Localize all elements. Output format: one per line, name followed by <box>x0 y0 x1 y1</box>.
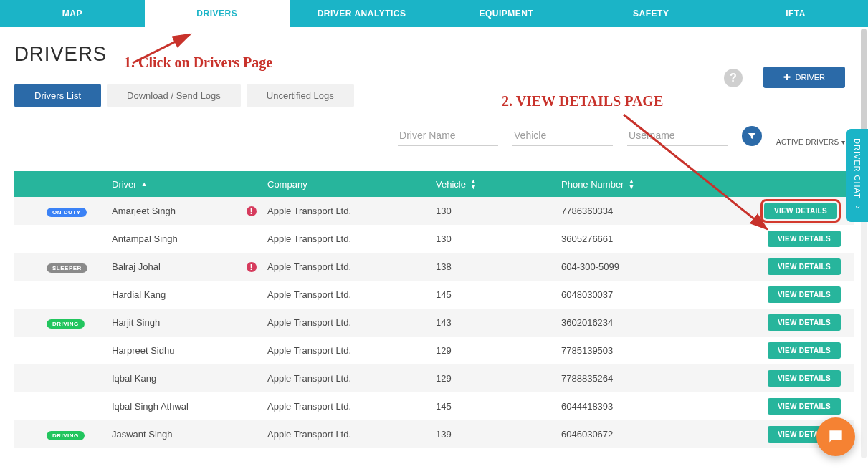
cell-phone: 3605276661 <box>561 233 712 244</box>
help-icon[interactable]: ? <box>724 69 743 87</box>
cell-vehicle: 129 <box>436 345 561 356</box>
table-row: Iqbal KangApple Transport Ltd.1297788835… <box>14 364 854 392</box>
table-row: Iqbal Singh AthwalApple Transport Ltd.14… <box>14 392 854 420</box>
table-header: Driver Company Vehicle Phone Number <box>14 171 854 197</box>
alert-icon: ! <box>247 262 257 272</box>
view-details-button[interactable]: VIEW DETAILS <box>768 398 841 415</box>
view-details-button[interactable]: VIEW DETAILS <box>768 370 841 387</box>
cell-driver: Iqbal Singh Athwal <box>99 401 235 412</box>
cell-company: Apple Transport Ltd. <box>267 429 436 440</box>
table-row: ON DUTYAmarjeet Singh!Apple Transport Lt… <box>14 197 854 225</box>
cell-driver: Hardial Kang <box>99 289 235 300</box>
view-details-button[interactable]: VIEW DETAILS <box>768 231 841 247</box>
page-title: DRIVERS <box>14 42 107 66</box>
active-drivers-dropdown[interactable]: ACTIVE DRIVERS ▾ <box>776 138 845 146</box>
drivers-table: Driver Company Vehicle Phone Number ON D… <box>14 171 854 448</box>
table-row: Harpreet SidhuApple Transport Ltd.129778… <box>14 337 854 364</box>
cell-company: Apple Transport Ltd. <box>267 401 436 412</box>
topnav-item-map[interactable]: MAP <box>0 0 145 27</box>
username-input[interactable] <box>627 125 728 146</box>
topnav-item-safety[interactable]: SAFETY <box>578 0 723 27</box>
view-details-button[interactable]: VIEW DETAILS <box>768 286 841 303</box>
add-driver-label: DRIVER <box>795 73 825 82</box>
cell-driver: Iqbal Kang <box>99 373 235 384</box>
col-company[interactable]: Company <box>267 179 436 190</box>
cell-company: Apple Transport Ltd. <box>267 345 436 356</box>
driver-chat-tab[interactable]: DRIVER CHAT › <box>846 129 868 222</box>
table-row: DRIVINGHarjit SinghApple Transport Ltd.1… <box>14 309 854 337</box>
table-row: Hardial KangApple Transport Ltd.14560480… <box>14 281 854 309</box>
cell-company: Apple Transport Ltd. <box>267 206 436 216</box>
cell-phone: 3602016234 <box>561 317 712 328</box>
add-driver-button[interactable]: ✚ DRIVER <box>763 67 845 88</box>
filter-row: ACTIVE DRIVERS ▾ <box>14 125 854 146</box>
view-details-button[interactable]: VIEW DETAILS <box>768 258 841 275</box>
cell-driver: Jaswant Singh <box>99 429 235 440</box>
subtab-download-send-logs[interactable]: Download / Send Logs <box>107 84 241 107</box>
cell-company: Apple Transport Ltd. <box>267 233 436 244</box>
cell-driver: Harjit Singh <box>99 317 235 328</box>
view-details-button[interactable]: VIEW DETAILS <box>768 314 841 331</box>
topnav-item-driver-analytics[interactable]: DRIVER ANALYTICS <box>290 0 434 27</box>
subtab-uncertified-logs[interactable]: Uncertified Logs <box>247 84 354 107</box>
cell-phone: 7788835264 <box>561 373 712 384</box>
status-badge: DRIVING <box>47 319 85 329</box>
topnav-item-ifta[interactable]: IFTA <box>723 0 868 27</box>
cell-phone: 6044418393 <box>561 401 712 412</box>
cell-vehicle: 143 <box>436 317 561 328</box>
top-nav: MAPDRIVERSDRIVER ANALYTICSEQUIPMENTSAFET… <box>0 0 868 27</box>
col-vehicle-label: Vehicle <box>436 179 466 190</box>
cell-driver: Antampal Singh <box>99 233 235 244</box>
vehicle-input[interactable] <box>512 125 613 146</box>
cell-company: Apple Transport Ltd. <box>267 373 436 384</box>
topnav-item-drivers[interactable]: DRIVERS <box>145 0 290 27</box>
chat-bubble-button[interactable] <box>816 417 855 456</box>
sort-icon <box>628 178 634 190</box>
cell-company: Apple Transport Ltd. <box>267 317 436 328</box>
chevron-down-icon: › <box>852 206 862 210</box>
cell-phone: 7786360334 <box>561 206 712 216</box>
cell-vehicle: 145 <box>436 289 561 300</box>
cell-vehicle: 145 <box>436 401 561 412</box>
cell-company: Apple Transport Ltd. <box>267 261 436 272</box>
annotation-highlight: VIEW DETAILS <box>760 199 841 223</box>
cell-vehicle: 139 <box>436 429 561 440</box>
cell-driver: Amarjeet Singh <box>99 206 235 216</box>
sort-icon <box>470 178 477 190</box>
plus-icon: ✚ <box>783 72 791 82</box>
cell-phone: 604-300-5099 <box>561 261 712 272</box>
cell-phone: 6046030672 <box>561 429 712 440</box>
active-drivers-label: ACTIVE DRIVERS <box>776 138 839 146</box>
view-details-button[interactable]: VIEW DETAILS <box>764 203 837 219</box>
status-badge: DRIVING <box>47 431 85 440</box>
caret-down-icon: ▾ <box>841 138 845 146</box>
col-driver-label: Driver <box>112 179 137 190</box>
view-details-button[interactable]: VIEW DETAILS <box>768 342 841 359</box>
col-vehicle[interactable]: Vehicle <box>436 178 561 190</box>
subtab-drivers-list[interactable]: Drivers List <box>14 84 101 107</box>
cell-vehicle: 129 <box>436 373 561 384</box>
alert-icon: ! <box>247 206 257 216</box>
cell-driver: Harpreet Sidhu <box>99 345 235 356</box>
filter-icon[interactable] <box>742 126 762 146</box>
cell-vehicle: 138 <box>436 261 561 272</box>
page-body: DRIVERS ? ✚ DRIVER Drivers ListDownload … <box>0 27 868 448</box>
driver-chat-label: DRIVER CHAT <box>853 138 862 199</box>
topnav-item-equipment[interactable]: EQUIPMENT <box>434 0 578 27</box>
table-body: ON DUTYAmarjeet Singh!Apple Transport Lt… <box>14 197 854 448</box>
sort-asc-icon <box>141 181 148 187</box>
driver-name-input[interactable] <box>398 125 498 146</box>
table-row: DRIVINGJaswant SinghApple Transport Ltd.… <box>14 420 854 448</box>
cell-phone: 7785139503 <box>561 345 712 356</box>
col-driver[interactable]: Driver <box>99 179 235 190</box>
chat-icon <box>826 427 845 446</box>
col-company-label: Company <box>267 179 307 190</box>
cell-driver: Balraj Johal <box>99 261 235 272</box>
cell-company: Apple Transport Ltd. <box>267 289 436 300</box>
status-badge: ON DUTY <box>47 208 87 217</box>
cell-vehicle: 130 <box>436 206 561 216</box>
col-phone[interactable]: Phone Number <box>561 178 712 190</box>
cell-phone: 6048030037 <box>561 289 712 300</box>
table-row: SLEEPERBalraj Johal!Apple Transport Ltd.… <box>14 253 854 281</box>
col-phone-label: Phone Number <box>561 179 624 190</box>
